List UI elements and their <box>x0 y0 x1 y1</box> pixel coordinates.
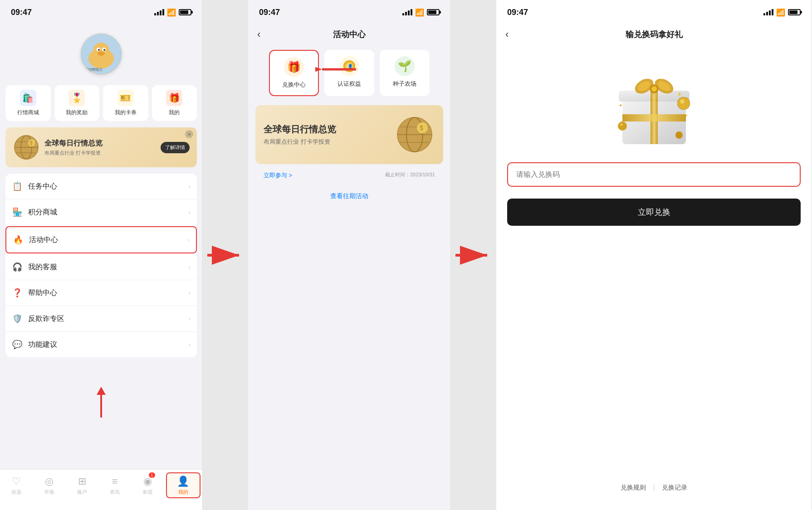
signal-icon-3 <box>763 9 773 15</box>
redeem-input-area <box>507 162 801 187</box>
nav-bar-2: ‹ 活动中心 <box>248 24 450 44</box>
status-bar-2: 09:47 📶 <box>248 0 450 24</box>
tab-bar: ♡ 自选 ◎ 市场 ⊞ 脸户 ≡ 资讯 ◉ 发现 1 👤 我的 <box>0 469 202 510</box>
tab-seed-farm[interactable]: 🌱 种子农场 <box>380 50 430 96</box>
qa-market-shop[interactable]: 🛍️ 行情商城 <box>5 85 51 121</box>
redeem-rules-link[interactable]: 兑换规则 <box>621 484 646 492</box>
tab-news-label: 资讯 <box>110 489 120 495</box>
arrow-right-2 <box>453 242 494 269</box>
arrow-1-container <box>203 0 248 510</box>
svg-point-7 <box>98 51 105 56</box>
qa-coupons-label: 我的卡券 <box>115 109 137 117</box>
svg-text:$: $ <box>30 141 33 146</box>
wifi-icon: 📶 <box>167 8 176 17</box>
tab-seed-farm-label: 种子农场 <box>393 80 416 88</box>
phone-screen-2: 09:47 📶 ‹ 活动中心 🎁 兑换中心 <box>248 0 451 510</box>
menu-customer-service[interactable]: 🎧 我的客服 › <box>5 254 197 280</box>
red-arrow-left <box>315 63 361 78</box>
menu-help-label: 帮助中心 <box>28 288 183 298</box>
redeem-records-link[interactable]: 兑换记录 <box>662 484 687 492</box>
main-banner[interactable]: ✕ $ 全球每日行情总览 布局重点行业 打卡学投资 了解详情 <box>5 127 197 167</box>
nav-title-2: 活动中心 <box>333 29 366 40</box>
menu-tasks[interactable]: 📋 任务中心 › <box>5 174 197 199</box>
menu-feedback[interactable]: 💬 功能建议 › <box>5 332 197 357</box>
qa-rewards[interactable]: 🎖️ 我的奖励 <box>54 85 100 121</box>
tab-discover[interactable]: ◉ 发现 1 <box>131 470 164 501</box>
tab-redeem-center[interactable]: 🎁 兑换中心 <box>269 50 319 96</box>
help-icon: ❓ <box>12 287 23 298</box>
svg-point-6 <box>103 49 105 51</box>
signal-icon-2 <box>402 9 412 15</box>
tab-mine-label: 我的 <box>178 489 188 495</box>
status-time-3: 09:47 <box>507 8 528 17</box>
svg-text:$: $ <box>420 124 423 131</box>
act-banner-footer: 立即参与 > 截止时间：2023/10/31 <box>255 168 443 183</box>
activity-banner[interactable]: 全球每日行情总览 布局重点行业 打卡学投资 $ <box>255 105 443 164</box>
qa-rewards-icon: 🎖️ <box>68 90 85 106</box>
menu-help[interactable]: ❓ 帮助中心 › <box>5 280 197 306</box>
tab-trade-label: 脸户 <box>77 489 87 495</box>
tab-discover-label: 发现 <box>142 489 152 495</box>
status-bar-3: 09:47 📶 <box>496 0 812 24</box>
qa-my[interactable]: 🎁 我的 <box>152 85 197 121</box>
points-shop-arrow-icon: › <box>188 209 191 216</box>
participate-link[interactable]: 立即参与 > <box>264 171 292 180</box>
avatar-area: 可达鸭情汪 <box>0 24 202 79</box>
watchlist-tab-icon: ♡ <box>12 476 21 487</box>
battery-icon <box>179 9 191 15</box>
menu-points-shop-label: 积分商城 <box>28 208 183 217</box>
avatar[interactable]: 可达鸭情汪 <box>81 34 122 74</box>
tab-redeem-center-label: 兑换中心 <box>282 81 306 89</box>
status-bar-1: 09:47 📶 <box>0 0 202 24</box>
act-banner-sub: 布局重点行业 打卡学投资 <box>264 138 390 146</box>
view-history-link[interactable]: 查看往期活动 <box>248 183 450 209</box>
battery-icon-3 <box>788 9 801 15</box>
discover-badge: 1 <box>149 472 155 478</box>
quick-actions: 🛍️ 行情商城 🎖️ 我的奖励 🎫 我的卡券 🎁 我的 <box>0 79 202 127</box>
svg-point-48 <box>680 99 685 104</box>
tasks-arrow-icon: › <box>188 183 191 190</box>
tasks-icon: 📋 <box>12 181 23 192</box>
svg-point-51 <box>675 131 683 139</box>
wifi-icon-2: 📶 <box>415 8 424 17</box>
menu-points-shop[interactable]: 🏪 积分商城 › <box>5 199 197 225</box>
phone-screen-1: 09:47 📶 <box>0 0 203 510</box>
points-shop-icon: 🏪 <box>12 207 23 218</box>
menu-customer-service-label: 我的客服 <box>28 262 183 272</box>
redeem-btn[interactable]: 立即兑换 <box>507 199 801 226</box>
menu-anti-fraud[interactable]: 🛡️ 反欺诈专区 › <box>5 306 197 332</box>
feedback-icon: 💬 <box>12 339 23 350</box>
tab-news[interactable]: ≡ 资讯 <box>98 470 131 501</box>
vertical-arrow <box>92 386 110 424</box>
activity-tabs-container: 🎁 兑换中心 👤 认证权益 🌱 种子农场 <box>248 44 450 102</box>
anti-fraud-arrow-icon: › <box>188 315 191 322</box>
back-btn-3[interactable]: ‹ <box>505 29 509 40</box>
trade-tab-icon: ⊞ <box>78 476 86 487</box>
qa-coupons[interactable]: 🎫 我的卡券 <box>103 85 148 121</box>
svg-point-49 <box>618 121 627 131</box>
customer-service-icon: 🎧 <box>12 262 23 272</box>
qa-rewards-label: 我的奖励 <box>66 109 88 117</box>
help-arrow-icon: › <box>188 289 191 296</box>
back-btn-2[interactable]: ‹ <box>257 29 260 40</box>
tab-watchlist[interactable]: ♡ 自选 <box>0 470 33 501</box>
banner-deadline: 截止时间：2023/10/31 <box>385 171 435 180</box>
svg-point-5 <box>98 49 100 51</box>
tab-market-label: 市场 <box>44 489 54 495</box>
tab-trade[interactable]: ⊞ 脸户 <box>66 470 98 501</box>
tab-market[interactable]: ◎ 市场 <box>33 470 65 501</box>
menu-anti-fraud-label: 反欺诈专区 <box>28 314 183 324</box>
act-banner-title: 全球每日行情总览 <box>264 123 390 136</box>
feedback-arrow-icon: › <box>188 341 191 348</box>
banner-title: 全球每日行情总览 <box>44 139 161 148</box>
status-icons-2: 📶 <box>402 8 440 17</box>
redeem-code-input[interactable] <box>507 162 801 187</box>
banner-close-btn[interactable]: ✕ <box>185 130 193 138</box>
banner-detail-btn[interactable]: 了解详情 <box>161 142 190 153</box>
svg-point-50 <box>620 123 623 126</box>
svg-point-45 <box>651 86 657 92</box>
redeem-footer: 兑换规则 | 兑换记录 <box>496 484 812 492</box>
activity-icon: 🔥 <box>13 234 24 245</box>
tab-mine[interactable]: 👤 我的 <box>166 472 201 498</box>
menu-activity[interactable]: 🔥 活动中心 › <box>5 226 197 253</box>
